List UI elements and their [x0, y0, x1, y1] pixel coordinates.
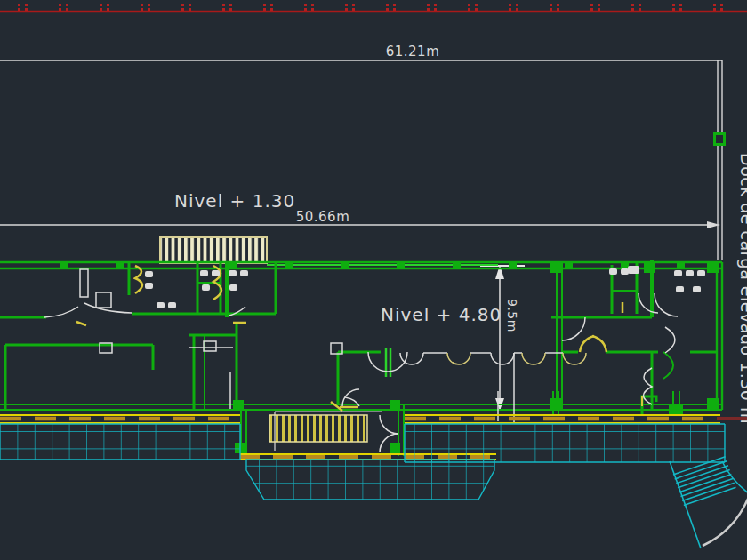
level-upper-label: Nivel + 1.30	[174, 190, 295, 212]
cad-drawing-viewport[interactable]: 61.21m Nivel + 1.30 50.66m Nivel + 4.80 …	[0, 0, 747, 560]
bathroom-fixtures	[145, 266, 705, 308]
ramp-curve-line	[703, 494, 747, 546]
cad-drawing-canvas[interactable]: 61.21m Nivel + 1.30 50.66m Nivel + 4.80 …	[0, 0, 747, 560]
dock-note-label: Dock de carga elevado 1.30 m	[737, 153, 747, 424]
curved-ramp	[670, 457, 747, 548]
level-main-label: Nivel + 4.80	[381, 304, 502, 325]
dim-depth-label: 9.5m	[505, 299, 519, 332]
overall-dimension-line	[0, 60, 722, 260]
dim-partial-label: 50.66m	[296, 209, 350, 225]
building-exterior-walls	[0, 262, 722, 410]
perimeter-fence-line	[0, 4, 747, 12]
dim-total-label: 61.21m	[386, 44, 440, 60]
top-stair-hatch	[160, 237, 267, 263]
depth-dimension-line	[480, 265, 525, 411]
vestibule-stair-hatch	[269, 415, 367, 442]
partial-dimension-line	[0, 132, 726, 228]
